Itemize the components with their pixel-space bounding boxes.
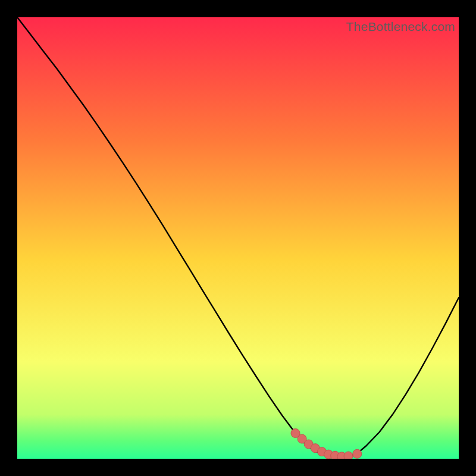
- optimal-marker: [344, 452, 353, 459]
- bottleneck-chart: [17, 17, 459, 459]
- chart-frame: TheBottleneck.com: [17, 17, 459, 459]
- watermark-text: TheBottleneck.com: [346, 20, 455, 34]
- gradient-background: [17, 17, 459, 459]
- optimal-marker: [353, 449, 362, 458]
